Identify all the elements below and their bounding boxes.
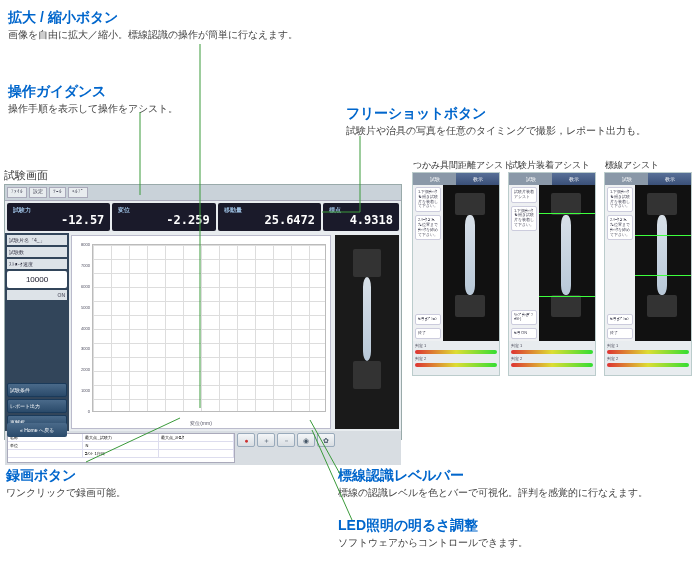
assist-tab-teach[interactable]: 教示 <box>456 173 499 185</box>
zoom-in-button[interactable]: ＋ <box>257 433 275 447</box>
level-bar <box>607 363 689 367</box>
assist-camera <box>539 185 595 341</box>
assist-btn[interactable]: ｶﾒﾗ ON <box>511 328 537 339</box>
assist-tab-test[interactable]: 試験 <box>413 173 456 185</box>
grip-bot <box>353 361 381 389</box>
callout-record: 録画ボタン ワンクリックで録画可能。 <box>6 466 126 500</box>
menu-bar: ﾌｧｲﾙ 設定 ﾂｰﾙ ﾍﾙﾌﾟ <box>5 185 401 201</box>
assist-btn[interactable]: ｶﾒﾗ ｵﾌﾟｼｮﾝ <box>415 314 441 325</box>
callout-desc: 試験片や治具の写真を任意のタイミングで撮影，レポート出力も。 <box>346 124 696 138</box>
readout-travel: 移動量 25.6472 <box>218 203 321 231</box>
assist-footer: 判定 1 判定 2 <box>605 341 691 375</box>
callout-desc: 操作手順を表示して操作をアシスト。 <box>8 102 178 116</box>
callout-desc: ワンクリックで録画可能。 <box>6 486 126 500</box>
assist-panel-grip-distance: つかみ具間距離アシスト 試験 教示 1.下側ﾁｬｯｸを開き試験片を装着して下さい… <box>412 172 500 376</box>
results-table: 名称 最大点_試験力 最大点_ｽﾄﾛ-ｸ 単位 N ｺﾒﾝﾄ 1行目 <box>7 433 235 463</box>
readout-disp: 変位 -2.259 <box>112 203 215 231</box>
assist-tab-teach[interactable]: 教示 <box>552 173 595 185</box>
assist-btn[interactable]: ｷｬﾌﾟﾁｬ(ﾃﾞﾌｫﾙﾄ) <box>511 310 537 326</box>
callout-guidance: 操作ガイダンス 操作手順を表示して操作をアシスト。 <box>8 82 178 116</box>
left-panel: 試験片名「4_」 試験数 ｽﾄﾛ-ｸ速度 10000 ON 試験条件 レポート出… <box>5 233 69 431</box>
counter-label: 試験数 <box>7 247 67 257</box>
chart-area: 8000 7000 6000 5000 4000 3000 2000 1000 … <box>71 235 331 429</box>
callout-title: LED照明の明るさ調整 <box>338 516 698 534</box>
guide-line <box>635 275 691 276</box>
main-body: 試験片名「4_」 試験数 ｽﾄﾛ-ｸ速度 10000 ON 試験条件 レポート出… <box>5 233 401 431</box>
callout-desc: 画像を自由に拡大／縮小。標線認識の操作が簡単に行なえます。 <box>8 28 298 42</box>
guide-line <box>635 235 691 236</box>
assist-tabs: 試験 教示 <box>605 173 691 185</box>
guide-line <box>539 213 595 214</box>
grip-top <box>353 249 381 277</box>
batch-label: 試験片名「4_」 <box>7 235 67 245</box>
record-button[interactable]: ● <box>237 433 255 447</box>
chart-x-label: 変位(mm) <box>72 420 330 426</box>
assist-title: 試験片装着アシスト <box>509 159 590 172</box>
on-label: ON <box>7 290 67 300</box>
callout-levelbar: 標線認識レベルバー 標線の認識レベルを色とバーで可視化。評判を感覚的に行なえます… <box>338 466 698 500</box>
menu-item[interactable]: 設定 <box>29 187 47 198</box>
menu-item[interactable]: ﾍﾙﾌﾟ <box>68 187 88 198</box>
assist-tab-teach[interactable]: 教示 <box>648 173 691 185</box>
assist-tabs: 試験 教示 <box>509 173 595 185</box>
main-screenshot: ﾌｧｲﾙ 設定 ﾂｰﾙ ﾍﾙﾌﾟ 試験力 -12.57 変位 -2.259 移動… <box>4 184 402 440</box>
zoom-out-button[interactable]: － <box>277 433 295 447</box>
assist-panel-gauge-mark: 標線アシスト 試験 教示 1.下側ﾁｬｯｸを開き試験片を装着して下さい。 2.ﾏ… <box>604 172 692 376</box>
callout-zoom: 拡大 / 縮小ボタン 画像を自由に拡大／縮小。標線認識の操作が簡単に行なえます。 <box>8 8 298 42</box>
settings-button[interactable]: ✿ <box>317 433 335 447</box>
specimen <box>363 277 371 361</box>
assist-camera <box>635 185 691 341</box>
level-bar <box>607 350 689 354</box>
assist-title: つかみ具間距離アシスト <box>413 159 512 172</box>
readout-gauge: 標点 4.9318 <box>323 203 399 231</box>
assist-guidance: 1.下側ﾁｬｯｸを開き試験片を装着して下さい。 2.ﾏｰｸされた位置までﾁｬｯｸ… <box>605 185 635 341</box>
callout-desc: ソフトウェアからコントロールできます。 <box>338 536 698 550</box>
toolbar: ● ＋ － ◉ ✿ <box>237 433 399 463</box>
chart-y-axis: 8000 7000 6000 5000 4000 3000 2000 1000 … <box>74 242 90 414</box>
assist-guidance: 1.下側ﾁｬｯｸを開き試験片を装着して下さい。 2.ﾏｰｸされた位置までﾁｬｯｸ… <box>413 185 443 341</box>
home-button[interactable]: « Home へ戻る <box>7 423 67 437</box>
assist-camera <box>443 185 499 341</box>
speed-value: 10000 <box>7 271 67 288</box>
chart-grid <box>92 244 326 412</box>
callout-title: フリーショットボタン <box>346 104 696 122</box>
assist-btn[interactable]: 終了 <box>607 328 633 339</box>
assist-btn[interactable]: 終了 <box>415 328 441 339</box>
level-bar <box>415 350 497 354</box>
callout-title: 録画ボタン <box>6 466 126 484</box>
menu-item[interactable]: ﾂｰﾙ <box>49 187 66 198</box>
callout-freeshot: フリーショットボタン 試験片や治具の写真を任意のタイミングで撮影，レポート出力も… <box>346 104 696 138</box>
assist-footer: 判定 1 判定 2 <box>413 341 499 375</box>
level-bar <box>415 363 497 367</box>
callout-desc: 標線の認識レベルを色とバーで可視化。評判を感覚的に行なえます。 <box>338 486 698 500</box>
assist-title: 標線アシスト <box>605 159 659 172</box>
assist-tabs: 試験 教示 <box>413 173 499 185</box>
left-btn-1[interactable]: 試験条件 <box>7 383 67 397</box>
callout-title: 操作ガイダンス <box>8 82 178 100</box>
assist-tab-test[interactable]: 試験 <box>605 173 648 185</box>
left-btn-2[interactable]: レポート出力 <box>7 399 67 413</box>
readout-row: 試験力 -12.57 変位 -2.259 移動量 25.6472 標点 4.93… <box>5 201 401 233</box>
assist-btn[interactable]: ｶﾒﾗ ｵﾌﾟｼｮﾝ <box>607 314 633 325</box>
freeshot-button[interactable]: ◉ <box>297 433 315 447</box>
readout-force: 試験力 -12.57 <box>7 203 110 231</box>
callout-led: LED照明の明るさ調整 ソフトウェアからコントロールできます。 <box>338 516 698 550</box>
assist-footer: 判定 1 判定 2 <box>509 341 595 375</box>
callout-title: 拡大 / 縮小ボタン <box>8 8 298 26</box>
camera-preview <box>335 235 399 429</box>
assist-guidance: 試験片装着アシスト 1.下側ﾁｬｯｸを開き試験片を装着して下さい。 ｷｬﾌﾟﾁｬ… <box>509 185 539 341</box>
menu-item[interactable]: ﾌｧｲﾙ <box>7 187 27 198</box>
level-bar <box>511 363 593 367</box>
main-screenshot-label: 試験画面 <box>4 168 48 183</box>
assist-panel-specimen-mount: 試験片装着アシスト 試験 教示 試験片装着アシスト 1.下側ﾁｬｯｸを開き試験片… <box>508 172 596 376</box>
level-bar <box>511 350 593 354</box>
assist-tab-test[interactable]: 試験 <box>509 173 552 185</box>
callout-title: 標線認識レベルバー <box>338 466 698 484</box>
guide-line <box>539 296 595 297</box>
speed-label: ｽﾄﾛ-ｸ速度 <box>7 259 67 269</box>
